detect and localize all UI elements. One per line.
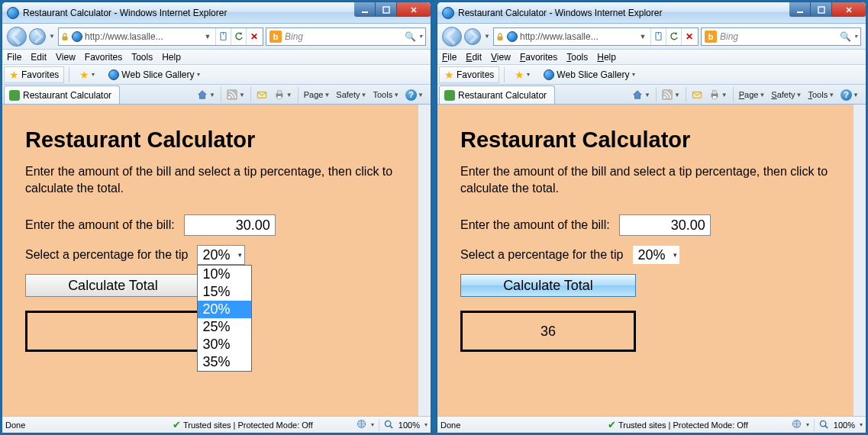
window-title: Restaurant Calculator - Windows Internet… <box>458 8 662 18</box>
slice-icon <box>9 90 20 101</box>
tools-menu[interactable]: Tools ▼ <box>370 86 402 103</box>
bill-label: Enter the amount of the bill: <box>25 218 175 232</box>
close-button[interactable] <box>397 2 431 17</box>
add-fav-button[interactable]: ★▾ <box>74 66 100 83</box>
menu-tools[interactable]: Tools <box>566 52 588 63</box>
search-box[interactable]: b Bing 🔍▾ <box>701 27 861 46</box>
calculate-button[interactable]: Calculate Total <box>25 274 201 297</box>
tab-restaurant-calculator[interactable]: Restaurant Calculator <box>439 85 555 104</box>
stop-button[interactable]: ✕ <box>681 28 696 45</box>
slice-icon <box>444 90 455 101</box>
menu-edit[interactable]: Edit <box>31 52 47 63</box>
address-dropdown[interactable]: ▼ <box>637 33 648 40</box>
command-bar: ▼ ▼ ▼ Page ▼ Safety ▼ Tools ▼ ?▼ <box>192 85 429 104</box>
webslice-label: Web Slice Gallery <box>121 69 194 80</box>
page-menu[interactable]: Page ▼ <box>737 86 768 103</box>
svg-rect-13 <box>818 7 824 13</box>
favorites-button[interactable]: ★Favorites <box>4 66 64 83</box>
maximize-button[interactable] <box>811 2 832 17</box>
svg-point-5 <box>228 96 231 98</box>
menu-favorites[interactable]: Favorites <box>520 52 557 63</box>
tip-option[interactable]: 10% <box>198 266 251 283</box>
svg-rect-4 <box>227 89 237 100</box>
bill-input[interactable] <box>184 214 276 236</box>
tab-label: Restaurant Calculator <box>23 90 111 101</box>
zoom-level[interactable]: 100% <box>399 420 420 430</box>
url-text: http://www.lasalle... <box>520 31 635 42</box>
menu-bar: FileEditViewFavoritesToolsHelp <box>437 50 866 65</box>
tip-option[interactable]: 20% <box>198 301 251 318</box>
zoom-icon[interactable] <box>819 420 829 430</box>
address-dropdown[interactable]: ▼ <box>202 33 213 40</box>
svg-rect-21 <box>713 96 717 99</box>
back-button[interactable] <box>442 27 462 47</box>
minimize-button[interactable] <box>354 2 376 17</box>
add-fav-button[interactable]: ★▾ <box>509 66 535 83</box>
menu-favorites[interactable]: Favorites <box>85 52 122 63</box>
back-button[interactable] <box>7 27 27 47</box>
menu-help[interactable]: Help <box>162 52 181 63</box>
home-button[interactable]: ▼ <box>630 86 653 103</box>
nav-toolbar: ▼ http://www.lasalle... ▼ ✕ b Bing 🔍▾ <box>437 24 866 50</box>
print-button[interactable]: ▼ <box>272 86 295 103</box>
webslice-link[interactable]: Web Slice Gallery ▾ <box>103 66 205 83</box>
safety-menu[interactable]: Safety ▼ <box>334 86 369 103</box>
tip-option[interactable]: 30% <box>198 336 251 353</box>
forward-button[interactable] <box>464 28 481 45</box>
print-button[interactable]: ▼ <box>707 86 730 103</box>
help-button[interactable]: ?▼ <box>403 86 426 103</box>
help-button[interactable]: ?▼ <box>838 86 861 103</box>
menu-file[interactable]: File <box>7 52 21 63</box>
close-button[interactable] <box>832 2 866 17</box>
result-box: 36 <box>460 311 636 352</box>
window-title: Restaurant Calculator - Windows Internet… <box>23 8 227 18</box>
zoom-icon[interactable] <box>384 420 394 430</box>
tip-option[interactable]: 35% <box>198 353 251 371</box>
tools-menu[interactable]: Tools ▼ <box>805 86 837 103</box>
globe-icon[interactable] <box>792 419 802 430</box>
nav-history-dropdown[interactable]: ▼ <box>483 27 491 47</box>
favorites-bar: ★Favorites ★▾ Web Slice Gallery ▾ <box>2 65 431 85</box>
menu-file[interactable]: File <box>442 52 457 63</box>
safety-menu[interactable]: Safety ▼ <box>769 86 804 103</box>
mail-button[interactable] <box>689 86 705 103</box>
refresh-button[interactable] <box>666 28 681 45</box>
menu-tools[interactable]: Tools <box>131 52 153 63</box>
feeds-button[interactable]: ▼ <box>224 86 247 103</box>
home-icon <box>197 89 208 101</box>
address-bar[interactable]: http://www.lasalle... ▼ ✕ <box>58 27 263 46</box>
webslice-link[interactable]: Web Slice Gallery ▾ <box>538 66 640 83</box>
mail-button[interactable] <box>254 86 270 103</box>
menu-edit[interactable]: Edit <box>466 52 482 63</box>
menu-view[interactable]: View <box>491 52 511 63</box>
maximize-button[interactable] <box>376 2 397 17</box>
tip-select[interactable]: 20%▾ <box>197 245 244 265</box>
address-bar[interactable]: http://www.lasalle... ▼ ✕ <box>493 27 699 46</box>
stop-button[interactable]: ✕ <box>246 28 261 45</box>
zoom-level[interactable]: 100% <box>834 420 855 430</box>
search-icon[interactable]: 🔍 <box>405 31 416 42</box>
search-placeholder: Bing <box>720 31 837 42</box>
nav-history-dropdown[interactable]: ▼ <box>48 27 56 47</box>
tab-restaurant-calculator[interactable]: Restaurant Calculator <box>4 85 120 104</box>
page-menu[interactable]: Page ▼ <box>302 86 333 103</box>
tip-select[interactable]: 20%▾ <box>632 245 679 265</box>
forward-button[interactable] <box>29 28 46 45</box>
home-button[interactable]: ▼ <box>195 86 218 103</box>
tip-option[interactable]: 25% <box>198 318 251 336</box>
calculate-button[interactable]: Calculate Total <box>460 274 636 297</box>
globe-icon[interactable] <box>357 419 366 430</box>
menu-view[interactable]: View <box>56 52 76 63</box>
favorites-button[interactable]: ★Favorites <box>439 66 499 83</box>
search-icon[interactable]: 🔍 <box>840 31 851 42</box>
compat-button[interactable] <box>215 28 231 45</box>
bill-input[interactable] <box>619 214 711 236</box>
menu-help[interactable]: Help <box>597 52 616 63</box>
tip-option[interactable]: 15% <box>198 283 251 301</box>
feeds-button[interactable]: ▼ <box>660 86 682 103</box>
minimize-button[interactable] <box>789 2 811 17</box>
refresh-button[interactable] <box>231 28 246 45</box>
search-box[interactable]: b Bing 🔍▾ <box>266 27 426 46</box>
page-content: Restaurant Calculator Enter the amount o… <box>437 105 866 416</box>
compat-button[interactable] <box>650 28 666 45</box>
